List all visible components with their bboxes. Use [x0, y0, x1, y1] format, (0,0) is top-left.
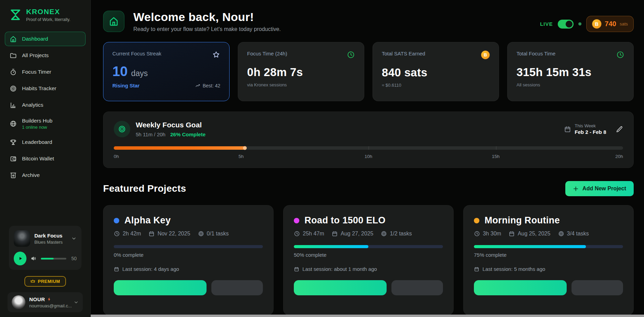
edit-goal-button[interactable] — [616, 126, 623, 133]
goal-progress-fill — [114, 146, 246, 150]
stat-card-focus-streak[interactable]: Current Focus Streak 10 days Rising Star… — [103, 42, 230, 101]
stat-title: Total Focus Time — [517, 51, 555, 56]
stat-card-sats-earned[interactable]: Total SATS Earned B 840 sats ≈ $0.6110 — [373, 42, 499, 101]
volume-slider[interactable] — [41, 258, 66, 260]
goal-complete-text: 26% Complete — [170, 131, 206, 137]
calendar-icon — [474, 266, 479, 272]
goal-period-range: Feb 2 - Feb 8 — [575, 129, 606, 135]
user-profile[interactable]: NOUR nourrouas@gmail.c... — [8, 292, 83, 312]
home-icon — [10, 35, 17, 43]
calendar-icon — [294, 266, 299, 272]
premium-label: PREMIUM — [38, 279, 60, 284]
project-card-road-to-1500-elo[interactable]: Road to 1500 ELO 25h 47m Aug 27, 2025 1/… — [283, 205, 454, 315]
project-card-alpha-key[interactable]: Alpha Key 2h 42m Nov 22, 2025 0/1 tasks … — [103, 205, 274, 315]
start-session-button[interactable] — [114, 280, 207, 295]
streak-badge: Rising Star — [112, 83, 140, 88]
clock-icon — [616, 51, 624, 59]
goal-progress-text: 5h 11m / 20h — [136, 131, 165, 137]
project-secondary-button[interactable] — [211, 280, 263, 295]
sidebar-item-all-projects[interactable]: All Projects — [5, 48, 86, 63]
sidebar-item-focus-timer[interactable]: Focus Timer — [5, 65, 86, 79]
project-progress-fill — [474, 245, 586, 248]
stat-footer: All sessions — [517, 82, 624, 87]
target-icon — [381, 231, 387, 237]
streak-value: 10 — [112, 64, 128, 79]
project-tasks: 0/1 tasks — [207, 231, 229, 237]
goal-tick-label: 15h — [492, 154, 500, 159]
play-button[interactable] — [14, 252, 26, 265]
featured-projects-title: Featured Projects — [103, 183, 186, 194]
project-secondary-button[interactable] — [391, 280, 443, 295]
tick-mark — [496, 146, 497, 150]
target-icon — [558, 231, 564, 237]
stat-card-focus-time[interactable]: Focus Time (24h) 0h 28m 7s via Kronex se… — [238, 42, 364, 101]
sidebar-item-dashboard[interactable]: Dashboard — [5, 32, 86, 46]
goal-period-label: This Week — [575, 123, 606, 128]
hourglass-logo-icon — [9, 8, 22, 21]
project-complete-text: 75% complete — [474, 252, 623, 258]
goal-title: Weekly Focus Goal — [136, 121, 206, 129]
project-color-dot — [114, 218, 119, 223]
sidebar-nav: Dashboard All Projects Focus Timer Habit… — [5, 32, 86, 182]
project-name: Alpha Key — [124, 215, 171, 226]
project-progress-bar — [114, 245, 263, 248]
live-label: LIVE — [540, 21, 553, 27]
sidebar-item-habits-tracker[interactable]: Habits Tracker — [5, 81, 86, 96]
project-time: 25h 47m — [303, 231, 324, 237]
target-icon — [10, 85, 17, 92]
speaker-icon — [31, 255, 37, 262]
bar-chart-icon — [10, 102, 17, 109]
goal-tick-label: 5h — [238, 154, 244, 159]
globe-icon — [10, 120, 17, 127]
sidebar: KRONEX Proof of Work, literrally. Dashbo… — [0, 0, 91, 317]
weekly-focus-goal-card: Weekly Focus Goal 5h 11m / 20h 26% Compl… — [103, 112, 634, 168]
sidebar-item-label: Builders Hub — [22, 118, 53, 124]
project-card-morning-routine[interactable]: Morning Routine 3h 30m Aug 25, 2025 3/4 … — [463, 205, 634, 315]
clock-icon — [114, 231, 120, 237]
calendar-icon — [509, 231, 515, 237]
premium-badge[interactable]: PREMIUM — [24, 276, 66, 287]
sidebar-item-archive[interactable]: Archive — [5, 168, 86, 182]
add-new-project-button[interactable]: Add New Project — [565, 181, 634, 196]
project-date: Nov 22, 2025 — [157, 231, 190, 237]
sats-value: 740 — [605, 20, 616, 28]
volume-fill — [41, 258, 54, 260]
clock-icon — [294, 231, 300, 237]
start-session-button[interactable] — [474, 280, 567, 295]
sidebar-item-bitcoin-wallet[interactable]: Bitcoin Wallet — [5, 151, 86, 166]
chevron-down-icon[interactable] — [74, 300, 79, 305]
goal-tick-label: 10h — [365, 154, 373, 159]
horizontal-scrollbar[interactable] — [91, 315, 644, 317]
album-art — [14, 230, 30, 247]
project-secondary-button[interactable] — [571, 280, 623, 295]
online-now-badge: 1 online now — [22, 125, 53, 130]
main-content: Welcome back, Nour! Ready to enter your … — [91, 0, 644, 317]
app-tagline: Proof of Work, literrally. — [26, 17, 70, 22]
target-icon — [198, 231, 204, 237]
goal-tick-label: 20h — [615, 154, 623, 159]
stat-footer: via Kronex sessions — [247, 82, 355, 87]
project-progress-bar — [474, 245, 623, 248]
toggle-knob — [566, 21, 573, 28]
home-tile-icon — [103, 11, 124, 32]
chevron-down-icon[interactable] — [71, 236, 77, 241]
sidebar-item-builders-hub[interactable]: Builders Hub 1 online now — [5, 114, 86, 133]
start-session-button[interactable] — [294, 280, 387, 295]
sidebar-item-label: All Projects — [22, 52, 49, 59]
live-status-dot — [578, 22, 581, 25]
sidebar-item-leaderboard[interactable]: Leaderboard — [5, 135, 86, 149]
live-toggle[interactable] — [558, 20, 574, 29]
project-last-session: Last session: about 1 month ago — [302, 266, 377, 272]
clock-icon — [347, 51, 355, 59]
track-artist: Blues Masters — [34, 240, 67, 245]
sats-balance-badge[interactable]: B 740 sats — [586, 16, 634, 32]
bitcoin-coin-icon: B — [592, 19, 601, 29]
calendar-icon — [564, 126, 571, 133]
clock-icon — [474, 231, 480, 237]
track-title: Dark Focus — [34, 233, 67, 239]
sidebar-item-label: Focus Timer — [22, 69, 51, 75]
stat-card-total-focus-time[interactable]: Total Focus Time 315h 15m 31s All sessio… — [507, 42, 634, 101]
crown-icon — [30, 279, 35, 284]
sidebar-item-analytics[interactable]: Analytics — [5, 98, 86, 112]
trophy-icon — [10, 139, 17, 146]
